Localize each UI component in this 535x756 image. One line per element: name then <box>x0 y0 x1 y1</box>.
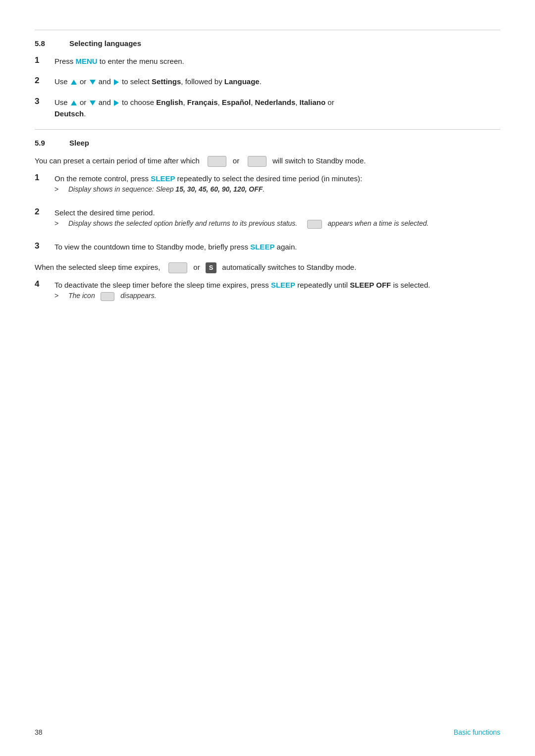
when-before: When the selected sleep time expires, <box>35 263 160 271</box>
step-58-3: 3 Use or and to choose English, Français… <box>35 97 500 120</box>
triangle-down-icon <box>90 80 96 85</box>
section-59-heading: 5.9 Sleep <box>35 139 500 147</box>
note-3-text: The icon disappears. <box>68 291 157 302</box>
sleep-off-keyword: SLEEP OFF <box>350 281 391 289</box>
step-59-4-content: To deactivate the sleep timer before the… <box>54 279 500 304</box>
settings-keyword: Settings <box>152 77 181 86</box>
section-divider-58 <box>35 30 500 30</box>
step-59-2-num: 2 <box>35 207 54 217</box>
step-59-4-note: > The icon disappears. <box>54 291 500 302</box>
step-59-1-text: On the remote control, press SLEEP repea… <box>54 173 500 184</box>
step-58-2-content: Use or and to select Settings, followed … <box>54 76 500 87</box>
triangle-up-icon-2 <box>71 101 77 105</box>
when-or: or <box>193 263 200 271</box>
footer: 38 Basic functions <box>35 728 500 736</box>
sequence-values: 15, 30, 45, 60, 90, 120, OFF <box>175 185 263 193</box>
step-59-4-text: To deactivate the sleep timer before the… <box>54 279 500 291</box>
nederlands-keyword: Nederlands <box>255 98 296 106</box>
or-text-1: or <box>80 77 86 86</box>
sleep-keyword-1: SLEEP <box>151 174 175 183</box>
section-58-heading: 5.8 Selecting languages <box>35 39 500 48</box>
section-59-steps: 1 On the remote control, press SLEEP rep… <box>35 173 500 252</box>
footer-page-number: 38 <box>35 728 43 736</box>
note-1-text: Display shows in sequence: Sleep 15, 30,… <box>68 184 265 195</box>
intro-end: will switch to Standby mode. <box>272 156 366 165</box>
note-arrow-1: > <box>54 184 64 195</box>
triangle-right-icon <box>114 79 119 85</box>
deutsch-keyword: Deutsch <box>54 109 84 118</box>
and-text-1: and <box>99 77 111 86</box>
italiano-keyword: Italiano <box>300 98 326 106</box>
section-58-steps: 1 Press MENU to enter the menu screen. 2… <box>35 55 500 119</box>
footer-section-label: Basic functions <box>454 728 500 736</box>
device-icon-4 <box>101 292 114 301</box>
step-58-2: 2 Use or and to select Settings, followe… <box>35 76 500 87</box>
device-icon-note <box>307 220 322 229</box>
step-59-2-note: > Display shows the selected option brie… <box>54 218 500 229</box>
francais-keyword: Français <box>187 98 218 106</box>
espanol-keyword: Español <box>222 98 251 106</box>
english-keyword: English <box>156 98 183 106</box>
or-text-2: or <box>80 98 86 106</box>
when-paragraph: When the selected sleep time expires, or… <box>35 261 500 273</box>
step-59-1-num: 1 <box>35 173 54 183</box>
section-59: 5.9 Sleep You can preset a certain perio… <box>35 139 500 304</box>
step-58-3-content: Use or and to choose English, Français, … <box>54 97 500 120</box>
sleep-keyword-2: SLEEP <box>250 243 274 251</box>
section-58-number: 5.8 <box>35 39 54 48</box>
step-58-1: 1 Press MENU to enter the menu screen. <box>35 55 500 67</box>
language-keyword: Language <box>224 77 260 86</box>
note-2-text: Display shows the selected option briefl… <box>68 218 428 229</box>
intro-or: or <box>233 156 239 165</box>
section-58: 5.8 Selecting languages 1 Press MENU to … <box>35 39 500 119</box>
step-58-2-num: 2 <box>35 76 54 86</box>
device-icon-3 <box>168 262 187 273</box>
triangle-right-icon-2 <box>114 100 119 106</box>
section-58-title: Selecting languages <box>69 39 141 48</box>
intro-before: You can preset a certain period of time … <box>35 156 200 165</box>
step-58-3-num: 3 <box>35 97 54 106</box>
step-59-3-num: 3 <box>35 241 54 251</box>
menu-keyword: MENU <box>76 57 98 65</box>
section-divider-59 <box>35 129 500 130</box>
section-59-steps-2: 4 To deactivate the sleep timer before t… <box>35 279 500 304</box>
note-arrow-3: > <box>54 291 64 302</box>
when-after: automatically switches to Standby mode. <box>222 263 356 271</box>
step-58-1-content: Press MENU to enter the menu screen. <box>54 55 500 67</box>
device-icon-1 <box>208 156 226 167</box>
section-59-intro: You can preset a certain period of time … <box>35 155 500 167</box>
device-icon-2 <box>248 156 267 167</box>
sleep-s-icon: S <box>206 262 216 273</box>
step-59-3-content: To view the countdown time to Standby mo… <box>54 241 500 252</box>
step-59-1: 1 On the remote control, press SLEEP rep… <box>35 173 500 198</box>
page: 5.8 Selecting languages 1 Press MENU to … <box>0 0 535 756</box>
triangle-down-icon-2 <box>90 101 96 105</box>
section-59-number: 5.9 <box>35 139 54 147</box>
note-arrow-2: > <box>54 218 64 229</box>
step-59-2: 2 Select the desired time period. > Disp… <box>35 207 500 232</box>
section-59-title: Sleep <box>69 139 89 147</box>
step-59-2-content: Select the desired time period. > Displa… <box>54 207 500 232</box>
step-59-4: 4 To deactivate the sleep timer before t… <box>35 279 500 304</box>
step-59-4-num: 4 <box>35 279 54 289</box>
step-59-2-text: Select the desired time period. <box>54 207 500 218</box>
step-58-1-num: 1 <box>35 55 54 65</box>
sleep-keyword-3: SLEEP <box>271 281 295 289</box>
step-59-1-note: > Display shows in sequence: Sleep 15, 3… <box>54 184 500 195</box>
step-59-1-content: On the remote control, press SLEEP repea… <box>54 173 500 198</box>
triangle-up-icon <box>71 80 77 85</box>
step-59-3: 3 To view the countdown time to Standby … <box>35 241 500 252</box>
and-text-2: and <box>99 98 111 106</box>
